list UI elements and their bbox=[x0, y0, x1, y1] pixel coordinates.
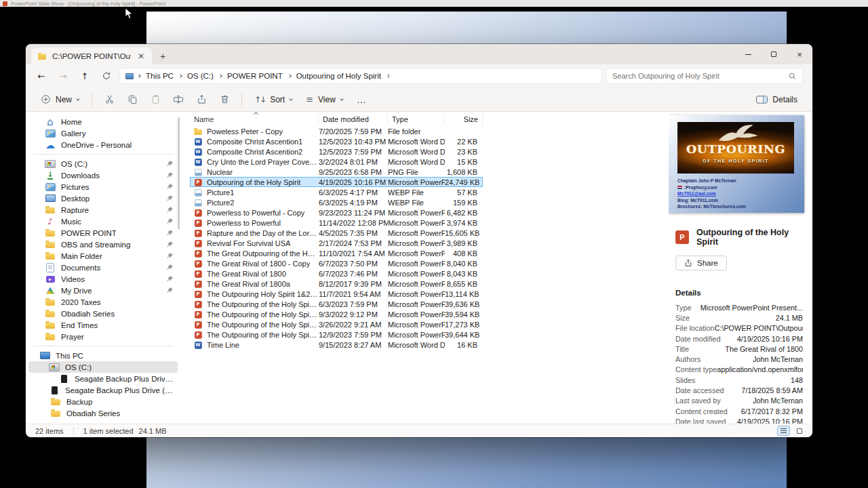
file-name: Picture1 bbox=[207, 188, 234, 197]
tab-close-icon[interactable]: ✕ bbox=[136, 52, 146, 61]
sidebar-item-label: Documents bbox=[61, 264, 161, 272]
sidebar-item[interactable]: Main Folder bbox=[28, 250, 178, 262]
close-button[interactable]: × bbox=[787, 44, 812, 64]
detail-label: File location bbox=[675, 324, 715, 332]
back-button[interactable]: ← bbox=[33, 68, 50, 84]
folder-icon bbox=[45, 205, 56, 216]
file-row[interactable]: Composite Christ Ascention2 12/5/2023 7:… bbox=[190, 146, 483, 157]
file-row[interactable]: Revival For Survival USA 2/17/2024 7:53 … bbox=[190, 238, 483, 248]
forward-button[interactable]: → bbox=[54, 68, 72, 84]
sort-button[interactable]: ↑↓ Sort bbox=[249, 92, 298, 108]
copy-button[interactable] bbox=[122, 91, 142, 108]
file-row[interactable]: The Great Rival of 1800 6/7/2023 7:46 PM… bbox=[190, 268, 483, 279]
drive-icon bbox=[49, 362, 60, 373]
sidebar-item[interactable]: Desktop bbox=[28, 192, 178, 204]
file-row[interactable]: The Great Rival of 1800a 8/12/2017 9:39 … bbox=[190, 279, 483, 289]
search-input[interactable] bbox=[612, 72, 784, 80]
word-icon bbox=[193, 147, 202, 156]
sidebar-item[interactable]: Seagate Backup Plus Drive (E:) bbox=[28, 384, 178, 396]
file-row[interactable]: The Outpouring of the Holy Spirit - Copy… bbox=[190, 299, 483, 309]
explorer-tab[interactable]: C:\POWER POINT\Outpouring ✕ bbox=[31, 47, 152, 64]
new-tab-button[interactable]: + bbox=[160, 51, 165, 62]
file-row[interactable]: The Outpouring of the Holy Spirit TimeLi… bbox=[190, 329, 483, 340]
more-options-button[interactable]: … bbox=[351, 91, 372, 108]
maximize-button[interactable] bbox=[761, 44, 787, 64]
file-row[interactable]: Cry Unto the Lord Prayer Covenant 3/2/20… bbox=[190, 157, 483, 167]
minimize-button[interactable] bbox=[735, 44, 761, 64]
file-row[interactable]: Composite Christ Ascention1 12/5/2023 10… bbox=[190, 136, 483, 146]
flag-icon bbox=[677, 186, 682, 189]
paste-button[interactable] bbox=[145, 91, 165, 108]
sidebar-item[interactable]: OS (C:) bbox=[28, 361, 178, 373]
breadcrumb-item[interactable]: Outpouring of Holy Spirit bbox=[295, 71, 382, 81]
up-button[interactable]: ↑ bbox=[76, 68, 94, 84]
powerpoint-icon bbox=[3, 1, 7, 6]
word-icon bbox=[193, 340, 202, 349]
sidebar-item[interactable]: Music bbox=[28, 216, 178, 227]
file-row[interactable]: Picture1 6/3/2025 4:17 PM WEBP File 57 K… bbox=[190, 187, 483, 197]
column-header-size[interactable]: Size bbox=[445, 114, 483, 125]
sidebar-item-label: Downloads bbox=[61, 171, 161, 180]
column-header-type[interactable]: Type bbox=[388, 114, 445, 125]
file-type: Microsoft PowerP... bbox=[388, 270, 445, 278]
file-row[interactable]: The Great Rival of 1800 - Copy 6/7/2023 … bbox=[190, 258, 483, 268]
sidebar-item[interactable]: Seagate Backup Plus Drive (E:) bbox=[28, 373, 178, 384]
file-row[interactable]: The Great Outpouring of the Holy Spirit … bbox=[190, 248, 483, 258]
cut-button[interactable] bbox=[99, 91, 119, 108]
pin-icon bbox=[166, 287, 174, 294]
sidebar-item[interactable]: Prayer bbox=[28, 331, 178, 342]
refresh-button[interactable] bbox=[98, 68, 115, 84]
sidebar-item[interactable]: Pictures bbox=[28, 181, 178, 192]
breadcrumb-items: This PC OS (C:) POWER POINT Outpouring o… bbox=[144, 71, 389, 81]
breadcrumb-item[interactable]: POWER POINT bbox=[226, 71, 284, 81]
breadcrumb-item[interactable]: OS (C:) bbox=[186, 71, 215, 81]
sidebar-item[interactable]: Rapture bbox=[28, 204, 178, 216]
new-button[interactable]: New bbox=[35, 91, 85, 108]
file-row[interactable]: The Outpouring Holy Spirit 1&2 Wide scr.… bbox=[190, 289, 483, 299]
detail-value: The Great Rival of 1800 bbox=[725, 345, 803, 353]
sidebar-scrollbar[interactable] bbox=[178, 117, 180, 229]
sidebar-item[interactable]: Videos bbox=[28, 273, 178, 285]
file-row[interactable]: Outpouring of the Holy Spirit 4/19/2025 … bbox=[190, 177, 483, 187]
sidebar-item[interactable]: OBS and Streaming bbox=[28, 239, 178, 250]
address-bar: ← → ↑ This PC OS (C:) POWER bbox=[26, 64, 812, 87]
file-row[interactable]: The Outpouring of the Holy Spirit [Autos… bbox=[190, 309, 483, 319]
sidebar-item[interactable]: This PC bbox=[28, 350, 178, 361]
view-button[interactable]: ≡ View bbox=[300, 91, 349, 108]
share-button[interactable] bbox=[191, 91, 212, 108]
file-row[interactable]: Powerless to Powerful 11/14/2022 12:08 P… bbox=[190, 218, 483, 228]
sidebar-item[interactable]: Documents bbox=[28, 262, 178, 273]
file-row[interactable]: Picture2 6/3/2025 4:19 PM WEBP File 159 … bbox=[190, 197, 483, 207]
sidebar-item[interactable]: Obadiah Series bbox=[28, 308, 178, 319]
file-row[interactable]: Powerless to Powerful - Copy 9/23/2023 1… bbox=[190, 207, 483, 218]
sidebar-item[interactable]: Home bbox=[28, 116, 178, 127]
sidebar-item[interactable]: End Times bbox=[28, 319, 178, 331]
thumbnail-view-button[interactable] bbox=[793, 426, 806, 436]
column-header-date[interactable]: Date modified bbox=[319, 114, 388, 125]
rename-button[interactable] bbox=[168, 91, 189, 108]
file-date-modified: 6/3/2023 7:59 PM bbox=[319, 300, 388, 308]
list-view-button[interactable] bbox=[777, 426, 790, 436]
share-file-button[interactable]: Share bbox=[675, 256, 727, 270]
ppt-icon bbox=[193, 279, 202, 288]
file-row[interactable]: Nuclear 9/25/2023 6:58 PM PNG File 1,608… bbox=[190, 167, 483, 177]
sidebar-item[interactable]: POWER POINT bbox=[28, 227, 178, 239]
sidebar-item[interactable]: OS (C:) bbox=[28, 158, 178, 169]
file-row[interactable]: Rapture and the Day of the Lord Part3 4/… bbox=[190, 228, 483, 238]
sidebar-item[interactable]: Downloads bbox=[28, 169, 178, 181]
sidebar-item[interactable]: Backup bbox=[28, 396, 178, 407]
pin-icon bbox=[166, 252, 174, 260]
sidebar-item[interactable]: Obadiah Series bbox=[28, 407, 178, 419]
breadcrumb[interactable]: This PC OS (C:) POWER POINT Outpouring o… bbox=[119, 68, 602, 84]
sidebar-item[interactable]: Gallery bbox=[28, 127, 178, 139]
sidebar-item[interactable]: 2020 Taxes bbox=[28, 296, 178, 308]
file-row[interactable]: Poweless Peter - Copy 7/20/2025 7:59 PM … bbox=[190, 126, 483, 136]
sidebar-item[interactable]: OneDrive - Personal bbox=[28, 139, 178, 150]
file-row[interactable]: Time Line 9/15/2023 8:27 AM Microsoft Wo… bbox=[190, 340, 483, 350]
ppt-icon bbox=[193, 228, 202, 237]
breadcrumb-item[interactable]: This PC bbox=[144, 71, 175, 81]
file-row[interactable]: The Outpouring of the Holy Spirit Part 1… bbox=[190, 319, 483, 329]
details-pane-toggle[interactable]: Details bbox=[751, 92, 803, 107]
delete-button[interactable] bbox=[214, 91, 235, 108]
sidebar-item[interactable]: My Drive bbox=[28, 285, 178, 296]
